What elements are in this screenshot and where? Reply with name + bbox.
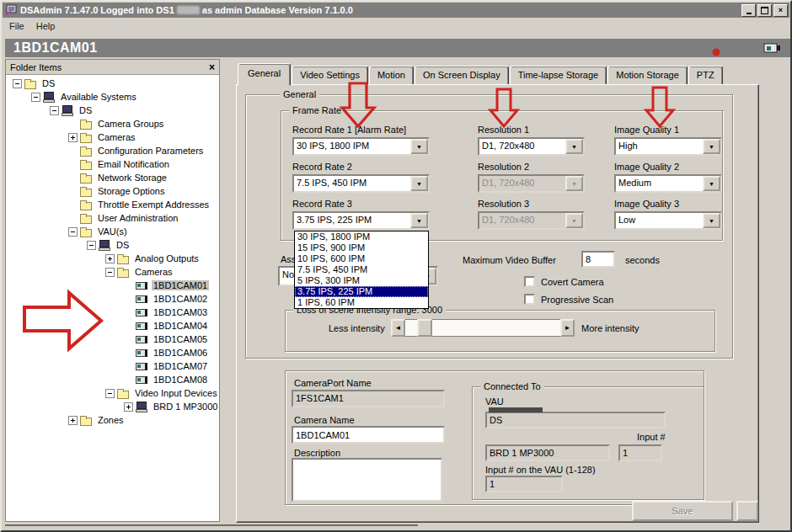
minus-expander-icon[interactable]	[50, 106, 59, 115]
tree-item-vau-s[interactable]: VAU(s)	[6, 225, 219, 238]
slider-thumb[interactable]	[417, 319, 432, 337]
dropdown-arrow-icon[interactable]: ▼	[410, 176, 428, 191]
progressive-scan-checkbox[interactable]	[524, 294, 535, 305]
tree-item-camera-groups[interactable]: Camera Groups	[6, 117, 219, 130]
slider-right-arrow-icon[interactable]: ►	[560, 319, 575, 337]
dropdown-option-10-ips-600-ipm[interactable]: 10 IPS, 600 IPM	[295, 253, 428, 264]
tab-motion[interactable]: Motion	[369, 66, 414, 85]
plus-expander-icon[interactable]	[68, 416, 78, 425]
tree-item-configuration-parameters[interactable]: Configuration Parameters	[6, 144, 219, 157]
partial-button[interactable]	[736, 501, 758, 521]
tree-item-analog-outputs[interactable]: Analog Outputs	[6, 252, 219, 265]
close-button[interactable]: ×	[773, 4, 788, 17]
panel-close-icon[interactable]: ×	[209, 63, 215, 72]
tree-item-throttle-exempt-addresses[interactable]: Throttle Exempt Addresses	[6, 198, 219, 211]
dropdown-option-7-5-ips-450-ipm[interactable]: 7.5 IPS, 450 IPM	[295, 264, 428, 275]
tree-item-available-systems[interactable]: Available Systems	[6, 90, 219, 104]
tree-item-video-input-devices[interactable]: Video Input Devices	[6, 386, 219, 400]
tree-item-ds[interactable]: DS	[6, 238, 219, 252]
tree-item-label: Camera Groups	[96, 119, 165, 129]
minus-expander-icon[interactable]	[13, 79, 22, 88]
camera-name-input[interactable]	[292, 426, 445, 444]
tree-item-1bd1cam01[interactable]: 1BD1CAM01	[6, 279, 219, 292]
maximize-button[interactable]	[757, 4, 772, 17]
tab-time-lapse-storage[interactable]: Time-lapse Storage	[510, 66, 607, 85]
image-quality-2-combo[interactable]: Medium▼	[614, 174, 722, 193]
tree-item-network-storage[interactable]: Network Storage	[6, 171, 219, 184]
dropdown-option-1-ips-60-ipm[interactable]: 1 IPS, 60 IPM	[295, 297, 428, 308]
camera-icon[interactable]	[763, 42, 782, 54]
dropdown-arrow-icon[interactable]: ▼	[703, 176, 720, 191]
resolution-1-combo[interactable]: D1, 720x480▼	[478, 137, 585, 156]
tree-item-1bd1cam06[interactable]: 1BD1CAM06	[6, 346, 219, 359]
dropdown-arrow-icon[interactable]: ▼	[410, 213, 428, 228]
description-input[interactable]	[292, 458, 442, 502]
tree-item-1bd1cam02[interactable]: 1BD1CAM02	[6, 292, 219, 306]
tree-item-zones[interactable]: Zones	[6, 413, 219, 427]
image-quality-3-combo[interactable]: Low▼	[614, 211, 722, 230]
image-quality-2-label: Image Quality 2	[614, 162, 679, 172]
tree-item-ds[interactable]: DS	[6, 104, 219, 117]
dropdown-option-3-75-ips-225-ipm[interactable]: 3.75 IPS, 225 IPM	[295, 286, 428, 297]
connected-to-title: Connected To	[480, 381, 544, 391]
dropdown-option-15-ips-900-ipm[interactable]: 15 IPS, 900 IPM	[295, 242, 428, 253]
tree-item-brd-1-mp3000[interactable]: BRD 1 MP3000	[6, 400, 219, 413]
covert-camera-checkbox[interactable]	[524, 276, 535, 287]
redacted-text	[177, 6, 200, 14]
camera-icon	[136, 375, 149, 385]
tree-item-1bd1cam08[interactable]: 1BD1CAM08	[6, 373, 219, 386]
tree-item-label: 1BD1CAM05	[152, 334, 209, 344]
tree-item-ds[interactable]: DS	[6, 77, 219, 90]
folder-icon	[80, 415, 94, 425]
dropdown-arrow-icon[interactable]: ▼	[410, 139, 428, 154]
system-icon	[62, 105, 75, 115]
minus-expander-icon[interactable]	[68, 227, 78, 237]
record-rate-3-combo[interactable]: 3.75 IPS, 225 IPM▼	[292, 211, 430, 230]
max-video-buffer-input[interactable]	[581, 251, 615, 268]
dropdown-arrow-icon[interactable]: ▼	[703, 139, 720, 154]
tree-item-1bd1cam07[interactable]: 1BD1CAM07	[6, 359, 219, 373]
tab-on-screen-display[interactable]: On Screen Display	[415, 66, 509, 85]
tab-general[interactable]: General	[238, 63, 291, 86]
covert-camera-label: Covert Camera	[541, 277, 604, 287]
combo-value: D1, 720x480	[479, 213, 565, 228]
menu-help[interactable]: Help	[30, 19, 62, 33]
tree-item-user-administration[interactable]: User Administration	[6, 211, 219, 225]
tree-item-storage-options[interactable]: Storage Options	[6, 184, 219, 198]
progressive-scan-label: Progressive Scan	[541, 295, 613, 305]
image-quality-1-combo[interactable]: High▼	[614, 137, 722, 156]
plus-expander-icon[interactable]	[68, 133, 78, 142]
minus-expander-icon[interactable]	[105, 268, 115, 277]
camera-port-name-field: 1FS1CAM1	[292, 390, 445, 407]
minus-expander-icon[interactable]	[31, 93, 40, 102]
tree-item-1bd1cam04[interactable]: 1BD1CAM04	[6, 319, 219, 332]
tree-item-1bd1cam05[interactable]: 1BD1CAM05	[6, 332, 219, 346]
minus-expander-icon[interactable]	[105, 389, 115, 398]
record-rate-2-combo[interactable]: 7.5 IPS, 450 IPM▼	[292, 174, 430, 193]
tree-item-1bd1cam03[interactable]: 1BD1CAM03	[6, 306, 219, 319]
menu-bar: File Help	[3, 19, 789, 34]
dropdown-arrow-icon[interactable]: ▼	[565, 139, 583, 154]
folder-tree: DSAvailable SystemsDSCamera GroupsCamera…	[6, 75, 219, 521]
tab-video-settings[interactable]: Video Settings	[292, 66, 368, 85]
combo-value: 7.5 IPS, 450 IPM	[294, 176, 410, 191]
dropdown-arrow-icon[interactable]: ▼	[703, 213, 720, 228]
slider-left-arrow-icon[interactable]: ◄	[391, 319, 405, 337]
plus-expander-icon[interactable]	[105, 254, 115, 263]
tree-item-email-notification[interactable]: Email Notification	[6, 157, 219, 171]
record-rate-1-alarm-rate-combo[interactable]: 30 IPS, 1800 IPM▼	[292, 137, 430, 156]
slider-track[interactable]	[405, 319, 560, 337]
tree-item-cameras[interactable]: Cameras	[6, 130, 219, 144]
tab-ptz[interactable]: PTZ	[688, 66, 723, 85]
tab-motion-storage[interactable]: Motion Storage	[607, 66, 688, 85]
dropdown-option-30-ips-1800-ipm[interactable]: 30 IPS, 1800 IPM	[295, 231, 428, 242]
less-intensity-label: Less intensity	[329, 323, 385, 333]
menu-file[interactable]: File	[3, 19, 30, 33]
tree-item-cameras[interactable]: Cameras	[6, 265, 219, 279]
minimize-button[interactable]	[741, 4, 756, 17]
intensity-slider[interactable]: ◄ ►	[391, 319, 575, 337]
resolution-2-combo: D1, 720x480▼	[478, 174, 585, 193]
dropdown-option-5-ips-300-ipm[interactable]: 5 IPS, 300 IPM	[295, 275, 428, 286]
minus-expander-icon[interactable]	[87, 241, 96, 250]
plus-expander-icon[interactable]	[124, 402, 133, 412]
